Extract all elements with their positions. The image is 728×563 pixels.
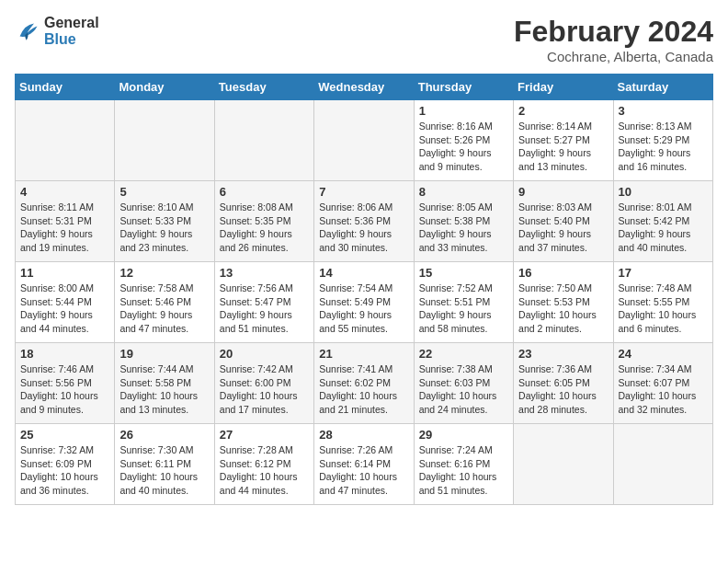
calendar-cell: 11Sunrise: 8:00 AM Sunset: 5:44 PM Dayli… xyxy=(16,262,115,343)
day-info: Sunrise: 7:30 AM Sunset: 6:11 PM Dayligh… xyxy=(119,443,209,498)
day-info: Sunrise: 7:36 AM Sunset: 6:05 PM Dayligh… xyxy=(518,362,608,417)
day-number: 29 xyxy=(419,428,508,442)
day-number: 20 xyxy=(220,347,309,361)
day-info: Sunrise: 7:44 AM Sunset: 5:58 PM Dayligh… xyxy=(119,362,209,417)
calendar-cell: 19Sunrise: 7:44 AM Sunset: 5:58 PM Dayli… xyxy=(115,343,214,424)
calendar-week-1: 1Sunrise: 8:16 AM Sunset: 5:26 PM Daylig… xyxy=(16,100,713,181)
calendar-cell: 4Sunrise: 8:11 AM Sunset: 5:31 PM Daylig… xyxy=(16,181,115,262)
calendar-cell: 10Sunrise: 8:01 AM Sunset: 5:42 PM Dayli… xyxy=(613,181,712,262)
calendar-cell: 29Sunrise: 7:24 AM Sunset: 6:16 PM Dayli… xyxy=(414,424,513,505)
day-number: 16 xyxy=(518,266,608,280)
calendar-cell: 13Sunrise: 7:56 AM Sunset: 5:47 PM Dayli… xyxy=(214,262,313,343)
logo-text: General Blue xyxy=(44,15,99,47)
day-number: 12 xyxy=(119,266,209,280)
day-number: 21 xyxy=(319,347,408,361)
weekday-header-tuesday: Tuesday xyxy=(214,75,313,100)
day-number: 15 xyxy=(419,266,508,280)
day-number: 13 xyxy=(220,266,309,280)
calendar-week-4: 18Sunrise: 7:46 AM Sunset: 5:56 PM Dayli… xyxy=(16,343,713,424)
page-header: General Blue February 2024 Cochrane, Alb… xyxy=(15,15,713,64)
day-number: 11 xyxy=(20,266,109,280)
day-info: Sunrise: 7:24 AM Sunset: 6:16 PM Dayligh… xyxy=(419,443,508,498)
day-info: Sunrise: 8:14 AM Sunset: 5:27 PM Dayligh… xyxy=(518,120,608,174)
calendar-cell: 6Sunrise: 8:08 AM Sunset: 5:35 PM Daylig… xyxy=(214,181,313,262)
calendar-cell: 27Sunrise: 7:28 AM Sunset: 6:12 PM Dayli… xyxy=(214,424,313,505)
day-info: Sunrise: 7:50 AM Sunset: 5:53 PM Dayligh… xyxy=(518,282,608,336)
calendar-cell: 16Sunrise: 7:50 AM Sunset: 5:53 PM Dayli… xyxy=(514,262,613,343)
calendar-cell xyxy=(314,100,414,181)
calendar-cell xyxy=(214,100,313,181)
weekday-header-monday: Monday xyxy=(115,75,214,100)
day-number: 6 xyxy=(220,185,309,199)
calendar-cell: 15Sunrise: 7:52 AM Sunset: 5:51 PM Dayli… xyxy=(414,262,513,343)
calendar-table: SundayMondayTuesdayWednesdayThursdayFrid… xyxy=(15,74,713,505)
day-number: 27 xyxy=(220,428,309,442)
day-info: Sunrise: 8:16 AM Sunset: 5:26 PM Dayligh… xyxy=(419,120,508,174)
title-block: February 2024 Cochrane, Alberta, Canada xyxy=(514,15,713,64)
calendar-cell: 17Sunrise: 7:48 AM Sunset: 5:55 PM Dayli… xyxy=(613,262,712,343)
calendar-week-5: 25Sunrise: 7:32 AM Sunset: 6:09 PM Dayli… xyxy=(16,424,713,505)
calendar-cell: 26Sunrise: 7:30 AM Sunset: 6:11 PM Dayli… xyxy=(115,424,214,505)
day-number: 28 xyxy=(319,428,408,442)
day-number: 4 xyxy=(20,185,109,199)
calendar-cell: 24Sunrise: 7:34 AM Sunset: 6:07 PM Dayli… xyxy=(613,343,712,424)
day-info: Sunrise: 8:10 AM Sunset: 5:33 PM Dayligh… xyxy=(119,201,209,255)
day-number: 19 xyxy=(119,347,209,361)
weekday-header-thursday: Thursday xyxy=(414,75,513,100)
weekday-header-saturday: Saturday xyxy=(613,75,712,100)
calendar-cell: 7Sunrise: 8:06 AM Sunset: 5:36 PM Daylig… xyxy=(314,181,414,262)
logo: General Blue xyxy=(15,15,99,47)
day-number: 1 xyxy=(419,104,508,118)
calendar-cell xyxy=(613,424,712,505)
calendar-cell: 21Sunrise: 7:41 AM Sunset: 6:02 PM Dayli… xyxy=(314,343,414,424)
day-info: Sunrise: 8:03 AM Sunset: 5:40 PM Dayligh… xyxy=(518,201,608,255)
day-info: Sunrise: 8:06 AM Sunset: 5:36 PM Dayligh… xyxy=(319,201,408,255)
day-info: Sunrise: 7:48 AM Sunset: 5:55 PM Dayligh… xyxy=(619,282,708,336)
calendar-cell: 3Sunrise: 8:13 AM Sunset: 5:29 PM Daylig… xyxy=(613,100,712,181)
day-info: Sunrise: 8:11 AM Sunset: 5:31 PM Dayligh… xyxy=(20,201,109,255)
weekday-header-row: SundayMondayTuesdayWednesdayThursdayFrid… xyxy=(16,75,713,100)
day-number: 18 xyxy=(20,347,109,361)
calendar-cell: 23Sunrise: 7:36 AM Sunset: 6:05 PM Dayli… xyxy=(514,343,613,424)
calendar-cell xyxy=(115,100,214,181)
calendar-cell: 20Sunrise: 7:42 AM Sunset: 6:00 PM Dayli… xyxy=(214,343,313,424)
day-number: 10 xyxy=(619,185,708,199)
weekday-header-wednesday: Wednesday xyxy=(314,75,414,100)
calendar-cell: 14Sunrise: 7:54 AM Sunset: 5:49 PM Dayli… xyxy=(314,262,414,343)
calendar-cell xyxy=(16,100,115,181)
day-info: Sunrise: 8:13 AM Sunset: 5:29 PM Dayligh… xyxy=(619,120,708,174)
weekday-header-friday: Friday xyxy=(514,75,613,100)
calendar-cell: 18Sunrise: 7:46 AM Sunset: 5:56 PM Dayli… xyxy=(16,343,115,424)
day-info: Sunrise: 8:08 AM Sunset: 5:35 PM Dayligh… xyxy=(220,201,309,255)
day-number: 2 xyxy=(518,104,608,118)
logo-icon xyxy=(15,18,40,44)
day-number: 24 xyxy=(619,347,708,361)
calendar-cell: 28Sunrise: 7:26 AM Sunset: 6:14 PM Dayli… xyxy=(314,424,414,505)
calendar-week-2: 4Sunrise: 8:11 AM Sunset: 5:31 PM Daylig… xyxy=(16,181,713,262)
day-info: Sunrise: 7:46 AM Sunset: 5:56 PM Dayligh… xyxy=(20,362,109,417)
day-number: 5 xyxy=(119,185,209,199)
calendar-cell: 2Sunrise: 8:14 AM Sunset: 5:27 PM Daylig… xyxy=(514,100,613,181)
location: Cochrane, Alberta, Canada xyxy=(514,49,713,64)
calendar-cell xyxy=(514,424,613,505)
calendar-cell: 5Sunrise: 8:10 AM Sunset: 5:33 PM Daylig… xyxy=(115,181,214,262)
day-info: Sunrise: 7:58 AM Sunset: 5:46 PM Dayligh… xyxy=(119,282,209,336)
day-number: 25 xyxy=(20,428,109,442)
day-info: Sunrise: 7:32 AM Sunset: 6:09 PM Dayligh… xyxy=(20,443,109,498)
day-number: 22 xyxy=(419,347,508,361)
day-info: Sunrise: 7:28 AM Sunset: 6:12 PM Dayligh… xyxy=(220,443,309,498)
day-info: Sunrise: 7:26 AM Sunset: 6:14 PM Dayligh… xyxy=(319,443,408,498)
calendar-cell: 9Sunrise: 8:03 AM Sunset: 5:40 PM Daylig… xyxy=(514,181,613,262)
day-number: 7 xyxy=(319,185,408,199)
day-number: 8 xyxy=(419,185,508,199)
calendar-cell: 12Sunrise: 7:58 AM Sunset: 5:46 PM Dayli… xyxy=(115,262,214,343)
day-info: Sunrise: 7:34 AM Sunset: 6:07 PM Dayligh… xyxy=(619,362,708,417)
calendar-cell: 8Sunrise: 8:05 AM Sunset: 5:38 PM Daylig… xyxy=(414,181,513,262)
day-info: Sunrise: 7:52 AM Sunset: 5:51 PM Dayligh… xyxy=(419,282,508,336)
day-info: Sunrise: 7:41 AM Sunset: 6:02 PM Dayligh… xyxy=(319,362,408,417)
day-number: 3 xyxy=(619,104,708,118)
day-info: Sunrise: 8:01 AM Sunset: 5:42 PM Dayligh… xyxy=(619,201,708,255)
day-number: 14 xyxy=(319,266,408,280)
day-number: 9 xyxy=(518,185,608,199)
calendar-cell: 25Sunrise: 7:32 AM Sunset: 6:09 PM Dayli… xyxy=(16,424,115,505)
